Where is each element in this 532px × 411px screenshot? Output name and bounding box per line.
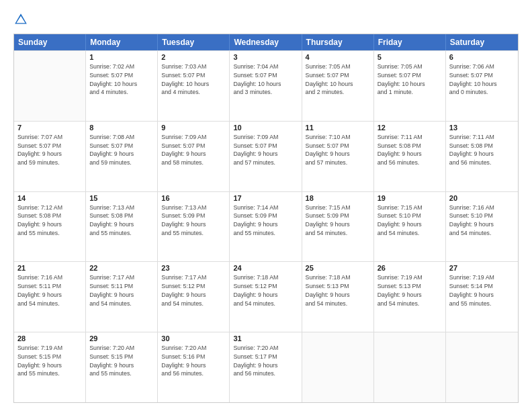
week-row-4: 21Sunrise: 7:16 AM Sunset: 5:11 PM Dayli…: [14, 261, 518, 332]
calendar-header: SundayMondayTuesdayWednesdayThursdayFrid…: [14, 34, 518, 50]
cell-info: Sunrise: 7:16 AM Sunset: 5:11 PM Dayligh…: [17, 273, 82, 308]
cell-date: 9: [161, 124, 226, 132]
cell-info: Sunrise: 7:18 AM Sunset: 5:12 PM Dayligh…: [233, 273, 298, 308]
cell-info: Sunrise: 7:17 AM Sunset: 5:12 PM Dayligh…: [161, 273, 226, 308]
cell-date: 28: [17, 334, 82, 342]
table-row: 4Sunrise: 7:05 AM Sunset: 5:07 PM Daylig…: [302, 51, 374, 121]
table-row: [302, 332, 374, 402]
cell-date: 24: [233, 264, 298, 272]
cell-info: Sunrise: 7:17 AM Sunset: 5:11 PM Dayligh…: [89, 273, 154, 308]
cell-info: Sunrise: 7:19 AM Sunset: 5:15 PM Dayligh…: [17, 344, 82, 378]
day-header-friday: Friday: [374, 34, 446, 50]
cell-date: 31: [233, 334, 298, 342]
table-row: 9Sunrise: 7:09 AM Sunset: 5:07 PM Daylig…: [158, 122, 230, 191]
cell-info: Sunrise: 7:05 AM Sunset: 5:07 PM Dayligh…: [306, 62, 370, 97]
cell-date: 30: [161, 334, 226, 342]
page: SundayMondayTuesdayWednesdayThursdayFrid…: [0, 0, 532, 411]
cell-info: Sunrise: 7:07 AM Sunset: 5:07 PM Dayligh…: [17, 133, 82, 167]
cell-info: Sunrise: 7:10 AM Sunset: 5:07 PM Dayligh…: [306, 133, 370, 167]
calendar: SundayMondayTuesdayWednesdayThursdayFrid…: [13, 34, 519, 403]
table-row: 11Sunrise: 7:10 AM Sunset: 5:07 PM Dayli…: [302, 122, 374, 191]
cell-date: 10: [233, 124, 298, 132]
cell-date: 7: [17, 124, 82, 132]
cell-info: Sunrise: 7:20 AM Sunset: 5:16 PM Dayligh…: [161, 344, 226, 378]
table-row: 22Sunrise: 7:17 AM Sunset: 5:11 PM Dayli…: [86, 262, 158, 332]
table-row: 14Sunrise: 7:12 AM Sunset: 5:08 PM Dayli…: [14, 192, 86, 262]
table-row: [446, 332, 518, 402]
table-row: 3Sunrise: 7:04 AM Sunset: 5:07 PM Daylig…: [230, 51, 302, 121]
cell-info: Sunrise: 7:08 AM Sunset: 5:07 PM Dayligh…: [89, 133, 154, 167]
cell-info: Sunrise: 7:13 AM Sunset: 5:08 PM Dayligh…: [89, 203, 154, 238]
cell-info: Sunrise: 7:19 AM Sunset: 5:14 PM Dayligh…: [449, 273, 515, 308]
table-row: 30Sunrise: 7:20 AM Sunset: 5:16 PM Dayli…: [158, 332, 230, 402]
table-row: 23Sunrise: 7:17 AM Sunset: 5:12 PM Dayli…: [158, 262, 230, 332]
cell-date: 25: [306, 264, 370, 272]
table-row: 16Sunrise: 7:13 AM Sunset: 5:09 PM Dayli…: [158, 192, 230, 262]
table-row: [14, 51, 86, 121]
cell-date: 18: [306, 194, 370, 202]
table-row: 15Sunrise: 7:13 AM Sunset: 5:08 PM Dayli…: [86, 192, 158, 262]
day-header-sunday: Sunday: [14, 34, 86, 50]
cell-info: Sunrise: 7:02 AM Sunset: 5:07 PM Dayligh…: [89, 62, 154, 97]
day-header-wednesday: Wednesday: [230, 34, 302, 50]
table-row: 29Sunrise: 7:20 AM Sunset: 5:15 PM Dayli…: [86, 332, 158, 402]
cell-date: 21: [17, 264, 82, 272]
cell-date: 16: [161, 194, 226, 202]
table-row: 8Sunrise: 7:08 AM Sunset: 5:07 PM Daylig…: [86, 122, 158, 191]
table-row: 7Sunrise: 7:07 AM Sunset: 5:07 PM Daylig…: [14, 122, 86, 191]
cell-date: 2: [161, 53, 226, 61]
calendar-body: 1Sunrise: 7:02 AM Sunset: 5:07 PM Daylig…: [14, 50, 518, 402]
cell-info: Sunrise: 7:06 AM Sunset: 5:07 PM Dayligh…: [449, 62, 515, 97]
cell-info: Sunrise: 7:16 AM Sunset: 5:10 PM Dayligh…: [449, 203, 515, 238]
cell-date: 23: [161, 264, 226, 272]
table-row: 6Sunrise: 7:06 AM Sunset: 5:07 PM Daylig…: [446, 51, 518, 121]
table-row: 20Sunrise: 7:16 AM Sunset: 5:10 PM Dayli…: [446, 192, 518, 262]
day-header-tuesday: Tuesday: [158, 34, 230, 50]
table-row: [374, 332, 446, 402]
cell-info: Sunrise: 7:05 AM Sunset: 5:07 PM Dayligh…: [378, 62, 442, 97]
cell-info: Sunrise: 7:12 AM Sunset: 5:08 PM Dayligh…: [17, 203, 82, 238]
cell-date: 5: [378, 53, 442, 61]
table-row: 2Sunrise: 7:03 AM Sunset: 5:07 PM Daylig…: [158, 51, 230, 121]
cell-info: Sunrise: 7:03 AM Sunset: 5:07 PM Dayligh…: [161, 62, 226, 97]
header: [13, 12, 519, 27]
table-row: 18Sunrise: 7:15 AM Sunset: 5:09 PM Dayli…: [302, 192, 374, 262]
cell-date: 4: [306, 53, 370, 61]
cell-info: Sunrise: 7:15 AM Sunset: 5:09 PM Dayligh…: [306, 203, 370, 238]
cell-date: 27: [449, 264, 515, 272]
cell-date: 1: [89, 53, 154, 61]
cell-date: 26: [378, 264, 442, 272]
table-row: 13Sunrise: 7:11 AM Sunset: 5:08 PM Dayli…: [446, 122, 518, 191]
cell-info: Sunrise: 7:15 AM Sunset: 5:10 PM Dayligh…: [378, 203, 442, 238]
day-header-thursday: Thursday: [302, 34, 374, 50]
cell-date: 22: [89, 264, 154, 272]
table-row: 31Sunrise: 7:20 AM Sunset: 5:17 PM Dayli…: [230, 332, 302, 402]
table-row: 19Sunrise: 7:15 AM Sunset: 5:10 PM Dayli…: [374, 192, 446, 262]
cell-date: 6: [449, 53, 515, 61]
week-row-1: 1Sunrise: 7:02 AM Sunset: 5:07 PM Daylig…: [14, 50, 518, 121]
cell-info: Sunrise: 7:11 AM Sunset: 5:08 PM Dayligh…: [378, 133, 442, 167]
table-row: 28Sunrise: 7:19 AM Sunset: 5:15 PM Dayli…: [14, 332, 86, 402]
cell-info: Sunrise: 7:11 AM Sunset: 5:08 PM Dayligh…: [449, 133, 515, 167]
cell-date: 29: [89, 334, 154, 342]
cell-info: Sunrise: 7:20 AM Sunset: 5:15 PM Dayligh…: [89, 344, 154, 378]
cell-date: 3: [233, 53, 298, 61]
cell-info: Sunrise: 7:20 AM Sunset: 5:17 PM Dayligh…: [233, 344, 298, 378]
cell-info: Sunrise: 7:14 AM Sunset: 5:09 PM Dayligh…: [233, 203, 298, 238]
table-row: 24Sunrise: 7:18 AM Sunset: 5:12 PM Dayli…: [230, 262, 302, 332]
cell-info: Sunrise: 7:09 AM Sunset: 5:07 PM Dayligh…: [161, 133, 226, 167]
table-row: 1Sunrise: 7:02 AM Sunset: 5:07 PM Daylig…: [86, 51, 158, 121]
table-row: 27Sunrise: 7:19 AM Sunset: 5:14 PM Dayli…: [446, 262, 518, 332]
cell-date: 14: [17, 194, 82, 202]
cell-info: Sunrise: 7:13 AM Sunset: 5:09 PM Dayligh…: [161, 203, 226, 238]
cell-date: 17: [233, 194, 298, 202]
table-row: 5Sunrise: 7:05 AM Sunset: 5:07 PM Daylig…: [374, 51, 446, 121]
day-header-saturday: Saturday: [446, 34, 518, 50]
cell-date: 11: [306, 124, 370, 132]
week-row-5: 28Sunrise: 7:19 AM Sunset: 5:15 PM Dayli…: [14, 332, 518, 402]
week-row-3: 14Sunrise: 7:12 AM Sunset: 5:08 PM Dayli…: [14, 191, 518, 262]
logo: [13, 12, 30, 27]
day-header-monday: Monday: [86, 34, 158, 50]
cell-date: 15: [89, 194, 154, 202]
cell-date: 20: [449, 194, 515, 202]
